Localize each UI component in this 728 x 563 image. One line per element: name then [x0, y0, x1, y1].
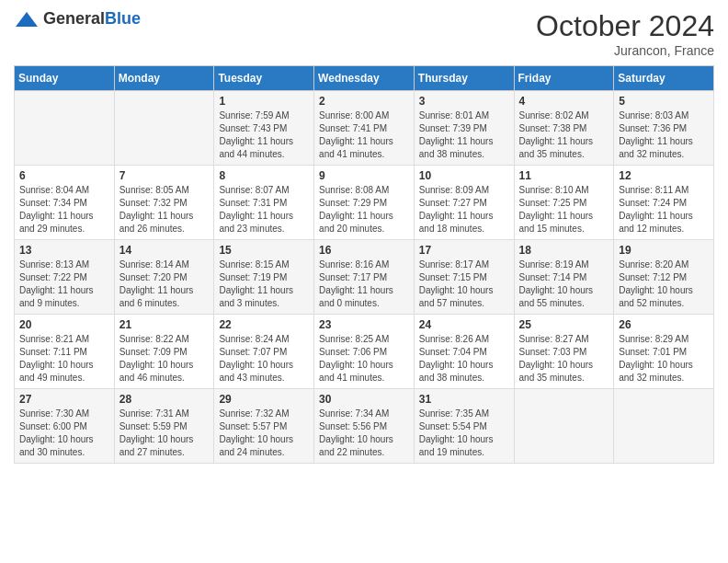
day-number: 15	[219, 244, 309, 257]
day-number: 17	[419, 244, 509, 257]
calendar-cell: 18Sunrise: 8:19 AM Sunset: 7:14 PM Dayli…	[514, 240, 614, 315]
day-number: 5	[619, 95, 709, 108]
day-header-wednesday: Wednesday	[314, 66, 415, 91]
day-number: 20	[19, 318, 109, 331]
cell-info: Sunrise: 8:21 AM Sunset: 7:11 PM Dayligh…	[19, 333, 109, 385]
day-number: 26	[619, 318, 709, 331]
day-number: 11	[519, 169, 609, 182]
day-number: 18	[519, 244, 609, 257]
svg-marker-0	[16, 12, 38, 27]
calendar-cell: 1Sunrise: 7:59 AM Sunset: 7:43 PM Daylig…	[214, 91, 314, 166]
day-number: 8	[219, 169, 309, 182]
cell-info: Sunrise: 8:15 AM Sunset: 7:19 PM Dayligh…	[219, 259, 309, 310]
day-header-thursday: Thursday	[414, 66, 514, 91]
calendar-body: 1Sunrise: 7:59 AM Sunset: 7:43 PM Daylig…	[15, 91, 714, 464]
cell-info: Sunrise: 7:32 AM Sunset: 5:57 PM Dayligh…	[219, 408, 309, 459]
day-number: 1	[219, 95, 309, 108]
calendar-cell: 21Sunrise: 8:22 AM Sunset: 7:09 PM Dayli…	[114, 315, 214, 389]
cell-info: Sunrise: 8:27 AM Sunset: 7:03 PM Dayligh…	[519, 333, 609, 385]
day-number: 6	[19, 169, 109, 182]
cell-info: Sunrise: 8:17 AM Sunset: 7:15 PM Dayligh…	[419, 259, 509, 310]
day-number: 14	[119, 244, 210, 257]
calendar-cell: 14Sunrise: 8:14 AM Sunset: 7:20 PM Dayli…	[114, 240, 214, 315]
calendar-cell: 3Sunrise: 8:01 AM Sunset: 7:39 PM Daylig…	[414, 91, 514, 166]
calendar-week-row: 1Sunrise: 7:59 AM Sunset: 7:43 PM Daylig…	[15, 91, 714, 166]
calendar-cell: 29Sunrise: 7:32 AM Sunset: 5:57 PM Dayli…	[214, 389, 314, 464]
day-header-friday: Friday	[514, 66, 614, 91]
cell-info: Sunrise: 8:04 AM Sunset: 7:34 PM Dayligh…	[19, 184, 109, 236]
calendar-cell	[614, 389, 714, 464]
calendar-cell: 28Sunrise: 7:31 AM Sunset: 5:59 PM Dayli…	[114, 389, 214, 464]
cell-info: Sunrise: 8:25 AM Sunset: 7:06 PM Dayligh…	[319, 333, 409, 385]
calendar-cell	[514, 389, 614, 464]
logo-text-general: General	[43, 9, 105, 28]
calendar-cell: 25Sunrise: 8:27 AM Sunset: 7:03 PM Dayli…	[514, 315, 614, 389]
day-header-tuesday: Tuesday	[214, 66, 314, 91]
cell-info: Sunrise: 8:14 AM Sunset: 7:20 PM Dayligh…	[119, 259, 210, 310]
calendar-cell: 5Sunrise: 8:03 AM Sunset: 7:36 PM Daylig…	[614, 91, 714, 166]
calendar-cell: 11Sunrise: 8:10 AM Sunset: 7:25 PM Dayli…	[514, 166, 614, 240]
cell-info: Sunrise: 7:31 AM Sunset: 5:59 PM Dayligh…	[119, 408, 210, 459]
calendar-cell: 15Sunrise: 8:15 AM Sunset: 7:19 PM Dayli…	[214, 240, 314, 315]
day-number: 19	[619, 244, 709, 257]
cell-info: Sunrise: 8:29 AM Sunset: 7:01 PM Dayligh…	[619, 333, 709, 385]
calendar-cell: 26Sunrise: 8:29 AM Sunset: 7:01 PM Dayli…	[614, 315, 714, 389]
calendar-cell: 2Sunrise: 8:00 AM Sunset: 7:41 PM Daylig…	[314, 91, 415, 166]
day-number: 4	[519, 95, 609, 108]
day-number: 29	[219, 393, 309, 406]
cell-info: Sunrise: 8:24 AM Sunset: 7:07 PM Dayligh…	[219, 333, 309, 385]
day-number: 16	[319, 244, 409, 257]
cell-info: Sunrise: 7:35 AM Sunset: 5:54 PM Dayligh…	[419, 408, 509, 459]
calendar-cell: 17Sunrise: 8:17 AM Sunset: 7:15 PM Dayli…	[414, 240, 514, 315]
calendar-header-row: SundayMondayTuesdayWednesdayThursdayFrid…	[15, 66, 714, 91]
cell-info: Sunrise: 8:22 AM Sunset: 7:09 PM Dayligh…	[119, 333, 210, 385]
day-number: 12	[619, 169, 709, 182]
cell-info: Sunrise: 8:11 AM Sunset: 7:24 PM Dayligh…	[619, 184, 709, 236]
day-number: 27	[19, 393, 109, 406]
calendar-cell: 4Sunrise: 8:02 AM Sunset: 7:38 PM Daylig…	[514, 91, 614, 166]
day-header-sunday: Sunday	[15, 66, 115, 91]
logo-icon	[14, 10, 40, 29]
day-number: 23	[319, 318, 409, 331]
cell-info: Sunrise: 8:00 AM Sunset: 7:41 PM Dayligh…	[319, 109, 409, 161]
cell-info: Sunrise: 8:03 AM Sunset: 7:36 PM Dayligh…	[619, 109, 709, 161]
calendar-cell: 10Sunrise: 8:09 AM Sunset: 7:27 PM Dayli…	[414, 166, 514, 240]
calendar-week-row: 13Sunrise: 8:13 AM Sunset: 7:22 PM Dayli…	[15, 240, 714, 315]
calendar-cell: 23Sunrise: 8:25 AM Sunset: 7:06 PM Dayli…	[314, 315, 415, 389]
calendar-cell: 30Sunrise: 7:34 AM Sunset: 5:56 PM Dayli…	[314, 389, 415, 464]
day-number: 3	[419, 95, 509, 108]
calendar-cell: 9Sunrise: 8:08 AM Sunset: 7:29 PM Daylig…	[314, 166, 415, 240]
calendar-week-row: 20Sunrise: 8:21 AM Sunset: 7:11 PM Dayli…	[15, 315, 714, 389]
calendar-cell	[114, 91, 214, 166]
day-number: 9	[319, 169, 409, 182]
cell-info: Sunrise: 7:59 AM Sunset: 7:43 PM Dayligh…	[219, 109, 309, 161]
logo-text-blue: Blue	[105, 9, 141, 28]
calendar-cell: 16Sunrise: 8:16 AM Sunset: 7:17 PM Dayli…	[314, 240, 415, 315]
calendar-cell: 12Sunrise: 8:11 AM Sunset: 7:24 PM Dayli…	[614, 166, 714, 240]
calendar-week-row: 6Sunrise: 8:04 AM Sunset: 7:34 PM Daylig…	[15, 166, 714, 240]
title-block: October 2024 Jurancon, France	[536, 9, 714, 58]
cell-info: Sunrise: 8:09 AM Sunset: 7:27 PM Dayligh…	[419, 184, 509, 236]
day-number: 25	[519, 318, 609, 331]
calendar-cell: 7Sunrise: 8:05 AM Sunset: 7:32 PM Daylig…	[114, 166, 214, 240]
day-number: 13	[19, 244, 109, 257]
location-title: Jurancon, France	[536, 43, 714, 58]
calendar-cell: 13Sunrise: 8:13 AM Sunset: 7:22 PM Dayli…	[15, 240, 115, 315]
day-number: 30	[319, 393, 409, 406]
cell-info: Sunrise: 8:13 AM Sunset: 7:22 PM Dayligh…	[19, 259, 109, 310]
month-title: October 2024	[536, 9, 714, 43]
calendar-cell: 6Sunrise: 8:04 AM Sunset: 7:34 PM Daylig…	[15, 166, 115, 240]
cell-info: Sunrise: 8:19 AM Sunset: 7:14 PM Dayligh…	[519, 259, 609, 310]
day-number: 10	[419, 169, 509, 182]
day-header-monday: Monday	[114, 66, 214, 91]
calendar-cell: 8Sunrise: 8:07 AM Sunset: 7:31 PM Daylig…	[214, 166, 314, 240]
cell-info: Sunrise: 8:07 AM Sunset: 7:31 PM Dayligh…	[219, 184, 309, 236]
cell-info: Sunrise: 8:01 AM Sunset: 7:39 PM Dayligh…	[419, 109, 509, 161]
cell-info: Sunrise: 7:30 AM Sunset: 6:00 PM Dayligh…	[19, 408, 109, 459]
calendar-cell: 20Sunrise: 8:21 AM Sunset: 7:11 PM Dayli…	[15, 315, 115, 389]
page-header: GeneralBlue October 2024 Jurancon, Franc…	[14, 9, 714, 58]
cell-info: Sunrise: 8:20 AM Sunset: 7:12 PM Dayligh…	[619, 259, 709, 310]
calendar-cell: 22Sunrise: 8:24 AM Sunset: 7:07 PM Dayli…	[214, 315, 314, 389]
logo: GeneralBlue	[14, 9, 141, 29]
cell-info: Sunrise: 8:16 AM Sunset: 7:17 PM Dayligh…	[319, 259, 409, 310]
